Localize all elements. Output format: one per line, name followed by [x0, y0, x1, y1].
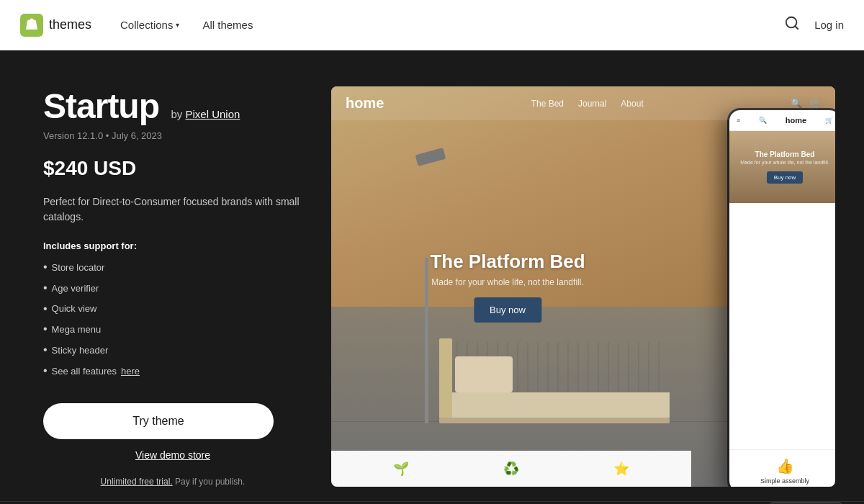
shopify-logo-icon — [20, 14, 43, 37]
preview-nav-link: About — [621, 99, 643, 109]
chevron-down-icon: ▾ — [176, 21, 179, 29]
login-button[interactable]: Log in — [814, 19, 844, 31]
theme-preview-panel: home The Bed Journal About 🔍 🛒 — [331, 86, 835, 487]
view-demo-button[interactable]: View demo store — [43, 449, 302, 461]
mobile-hero-content: The Platform Bed Made for your whole lif… — [734, 145, 834, 189]
preview-buy-button[interactable]: Buy now — [474, 297, 541, 323]
preview-nav-icons: 🔍 🛒 — [791, 98, 821, 109]
star-icon: ⭐ — [613, 461, 629, 477]
mobile-hero-title: The Platform Bed — [740, 150, 829, 158]
collections-nav-link[interactable]: Collections ▾ — [120, 19, 179, 31]
preview-search-icon: 🔍 — [791, 98, 802, 109]
list-item: See all features here — [43, 361, 302, 382]
features-list: Store locator Age verifier Quick view Me… — [43, 257, 302, 382]
see-all-features-link[interactable]: here — [121, 363, 140, 379]
mobile-feature-text: Simple assembly — [737, 477, 833, 485]
list-item: Age verifier — [43, 278, 302, 299]
preview-nav-links: The Bed Journal About — [531, 99, 644, 109]
theme-title-row: Startup by Pixel Union — [43, 86, 302, 126]
list-item: Mega menu — [43, 319, 302, 340]
preview-icon-1: 🌱 — [393, 461, 409, 477]
preview-hero-text: The Platform Bed Made for your whole lif… — [430, 251, 585, 323]
all-themes-nav-link[interactable]: All themes — [202, 19, 253, 31]
theme-title: Startup — [43, 87, 159, 125]
preview-nav-link: The Bed — [531, 99, 564, 109]
author-link[interactable]: Pixel Union — [185, 108, 240, 120]
preview-hero-subtitle: Made for your whole life, not the landfi… — [430, 277, 585, 287]
mobile-buy-button[interactable]: Buy now — [767, 171, 804, 184]
svg-line-2 — [795, 26, 798, 29]
main-content: Startup by Pixel Union Version 12.1.0 • … — [0, 50, 864, 504]
theme-info-panel: Startup by Pixel Union Version 12.1.0 • … — [43, 86, 302, 487]
preview-container: home The Bed Journal About 🔍 🛒 — [331, 86, 835, 487]
list-item: Sticky header — [43, 340, 302, 361]
theme-by: by Pixel Union — [171, 108, 240, 120]
list-item: Store locator — [43, 257, 302, 278]
preview-cart-icon: 🛒 — [809, 98, 821, 109]
preview-nav-link: Journal — [578, 99, 606, 109]
mobile-hero-subtitle: Made for your whole life, not the landfi… — [740, 160, 829, 165]
includes-title: Includes support for: — [43, 240, 302, 251]
search-icon[interactable] — [784, 15, 800, 35]
theme-price: $240 USD — [43, 157, 302, 180]
preview-nav: home The Bed Journal About 🔍 🛒 — [331, 86, 835, 120]
logo[interactable]: themes — [20, 14, 91, 37]
bed-headboard — [439, 338, 452, 418]
preview-icon-2: ♻️ — [503, 461, 519, 477]
bed-mattress — [439, 392, 670, 418]
mobile-preview: ≡ 🔍 home 🛒 The Platform Bed Made for you… — [727, 108, 835, 487]
theme-description: Perfect for Direct-to-Consumer focused b… — [43, 194, 302, 225]
navigation: themes Collections ▾ All themes Log in — [0, 0, 864, 50]
nav-links: Collections ▾ All themes — [120, 19, 784, 31]
mobile-feature: 👍 Simple assembly — [729, 449, 835, 487]
try-theme-button[interactable]: Try theme — [43, 403, 274, 439]
nav-right: Log in — [784, 15, 844, 35]
bottom-bar: Example presets Home ▾ — [0, 501, 864, 504]
mobile-hero: The Platform Bed Made for your whole lif… — [729, 131, 835, 203]
theme-version: Version 12.1.0 • July 6, 2023 — [43, 130, 302, 141]
list-item: Quick view — [43, 299, 302, 320]
leaf-icon: 🌱 — [393, 461, 409, 477]
bed-base — [439, 418, 670, 423]
lamp-pole — [425, 258, 428, 423]
content-area: Startup by Pixel Union Version 12.1.0 • … — [0, 50, 864, 501]
mobile-content: ≡ 🔍 home 🛒 The Platform Bed Made for you… — [729, 110, 835, 487]
preview-hero-title: The Platform Bed — [430, 251, 585, 273]
preview-bottom-strip: 🌱 ♻️ ⭐ — [331, 451, 691, 487]
logo-text: themes — [49, 17, 91, 32]
free-trial-label[interactable]: Unlimited free trial. — [101, 477, 173, 487]
preview-icon-3: ⭐ — [613, 461, 629, 477]
pillow — [455, 356, 513, 392]
preview-logo: home — [346, 95, 384, 112]
free-trial-text: Unlimited free trial. Pay if you publish… — [43, 477, 302, 487]
recycle-icon: ♻️ — [503, 461, 519, 477]
thumbs-up-icon: 👍 — [737, 457, 833, 474]
